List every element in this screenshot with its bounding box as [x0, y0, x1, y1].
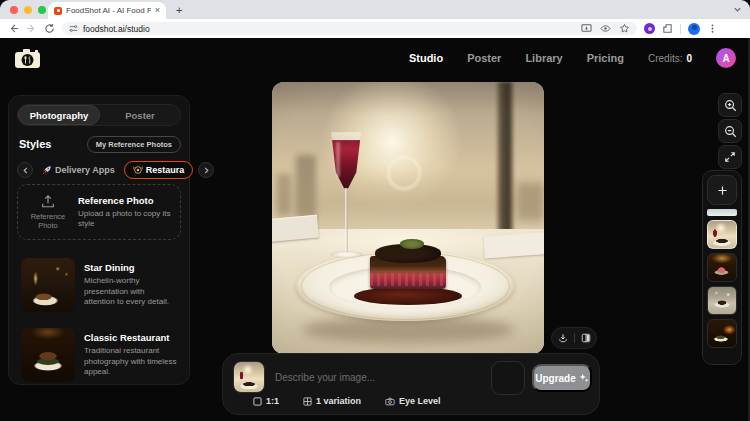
- extension-badge-icon[interactable]: [644, 23, 655, 34]
- camera-icon: [385, 397, 395, 406]
- reload-icon[interactable]: [44, 23, 55, 34]
- tab-close-icon[interactable]: ×: [155, 6, 160, 15]
- credits-value: 0: [686, 53, 692, 64]
- nav-studio[interactable]: Studio: [409, 52, 443, 64]
- url-text: foodshot.ai/studio: [83, 24, 576, 34]
- browser-tab[interactable]: FoodShot AI - AI Food Photog ×: [48, 2, 166, 19]
- browser-menu-icon[interactable]: [707, 23, 718, 34]
- user-avatar[interactable]: A: [716, 48, 736, 68]
- style-card-title: Classic Restaurant: [84, 332, 177, 343]
- credits-indicator: Credits: 0: [648, 53, 692, 64]
- option-label: Eye Level: [399, 396, 441, 406]
- window-zoom-button[interactable]: [38, 6, 46, 14]
- forward-icon[interactable]: [26, 23, 37, 34]
- reference-photo-card[interactable]: Reference Photo Reference Photo Upload a…: [17, 184, 181, 240]
- reference-card-title: Reference Photo: [78, 195, 172, 206]
- upgrade-button[interactable]: Upgrade: [532, 364, 592, 392]
- style-card-classic-restaurant[interactable]: Classic Restaurant Traditional restauran…: [17, 324, 181, 386]
- classic-restaurant-thumbnail: [21, 328, 75, 382]
- mode-tab-photography[interactable]: Photography: [18, 105, 100, 125]
- browser-profile-avatar[interactable]: [688, 23, 700, 35]
- foodshot-logo-icon[interactable]: [14, 48, 41, 69]
- mode-tab-poster[interactable]: Poster: [100, 105, 180, 125]
- zoom-in-button[interactable]: [718, 93, 742, 117]
- carousel-next-button[interactable]: [198, 162, 214, 178]
- upgrade-label: Upgrade: [535, 373, 576, 384]
- preview-eye-icon[interactable]: [600, 23, 611, 34]
- foodshot-app: Studio Poster Library Pricing Credits: 0…: [0, 38, 750, 421]
- nav-poster[interactable]: Poster: [467, 52, 501, 64]
- option-label: 1 variation: [316, 396, 361, 406]
- styles-sidebar: Photography Poster Styles My Reference P…: [8, 95, 190, 385]
- category-tab-delivery-apps[interactable]: Delivery Apps: [38, 162, 119, 178]
- option-label: 1:1: [266, 396, 279, 406]
- compare-icon[interactable]: [581, 333, 591, 343]
- zoom-out-button[interactable]: [718, 119, 742, 143]
- prompt-reference-thumbnail[interactable]: [233, 361, 265, 393]
- star-dining-thumbnail: [21, 258, 75, 312]
- prompt-bar: Upgrade 1:1 1 variation Eye Level: [222, 353, 600, 415]
- vignette-overlay: [272, 82, 544, 354]
- browser-toolbar: foodshot.ai/studio: [0, 19, 750, 38]
- tab-title: FoodShot AI - AI Food Photog: [66, 6, 151, 15]
- history-thumbnail-window-dish[interactable]: [707, 286, 737, 315]
- bookmark-star-icon[interactable]: [619, 23, 630, 34]
- toolbar-divider: [680, 24, 681, 34]
- my-reference-photos-button[interactable]: My Reference Photos: [87, 136, 181, 153]
- window-minimize-button[interactable]: [24, 6, 32, 14]
- variations-option[interactable]: 1 variation: [303, 396, 361, 406]
- app-header: Studio Poster Library Pricing Credits: 0…: [0, 38, 750, 78]
- zoom-in-icon: [724, 99, 737, 112]
- generated-image[interactable]: [272, 82, 544, 354]
- back-icon[interactable]: [8, 23, 19, 34]
- variations-grid-icon: [303, 397, 312, 406]
- style-category-carousel: Delivery Apps Restaura: [17, 158, 183, 182]
- add-generation-button[interactable]: [707, 175, 737, 205]
- prompt-input[interactable]: [275, 362, 485, 392]
- reference-slot[interactable]: [491, 361, 525, 395]
- style-card-title: Star Dining: [84, 262, 177, 273]
- style-card-star-dining[interactable]: Star Dining Michelin-worthy presentation…: [17, 254, 181, 316]
- traffic-lights: [10, 6, 46, 14]
- credits-label: Credits:: [648, 53, 682, 64]
- history-thumbnail-fireplace-dish[interactable]: [707, 319, 737, 348]
- image-actions-pill: [551, 327, 597, 349]
- site-settings-icon[interactable]: [69, 24, 78, 33]
- address-bar[interactable]: foodshot.ai/studio: [62, 22, 637, 35]
- nav-library[interactable]: Library: [525, 52, 562, 64]
- foodshot-favicon-icon: [54, 7, 62, 15]
- download-icon[interactable]: [558, 333, 568, 343]
- window-close-button[interactable]: [10, 6, 18, 14]
- reference-card-description: Upload a photo to copy its style: [78, 209, 172, 230]
- install-app-icon[interactable]: [581, 23, 592, 34]
- upload-icon: [40, 194, 56, 209]
- rocket-icon: [42, 165, 52, 175]
- style-card-description: Michelin-worthy presentation with attent…: [84, 276, 177, 307]
- nav-pricing[interactable]: Pricing: [587, 52, 624, 64]
- extensions-icon[interactable]: [662, 23, 673, 34]
- browser-window: FoodShot AI - AI Food Photog × + foodsho…: [0, 0, 750, 421]
- zoom-out-icon: [724, 125, 737, 138]
- aspect-ratio-icon: [253, 397, 262, 406]
- category-tab-label: Restaura: [146, 165, 185, 175]
- aspect-ratio-option[interactable]: 1:1: [253, 396, 279, 406]
- reference-photo-placeholder-label: Reference Photo: [26, 212, 70, 231]
- history-thumbnail-restaurant-dessert[interactable]: [707, 253, 737, 282]
- mode-switcher: Photography Poster: [17, 104, 181, 126]
- carousel-prev-button[interactable]: [17, 162, 33, 178]
- plus-icon: [717, 185, 728, 196]
- styles-heading: Styles: [19, 138, 51, 150]
- expand-icon: [724, 151, 736, 163]
- category-tab-restaurant[interactable]: Restaura: [124, 161, 194, 179]
- history-thumbnail-sunset-steak[interactable]: [707, 220, 737, 249]
- fullscreen-button[interactable]: [718, 145, 742, 169]
- camera-angle-option[interactable]: Eye Level: [385, 396, 441, 406]
- sparkles-icon: [579, 373, 589, 383]
- generation-history-panel: [702, 170, 742, 365]
- history-thumbnail-partial[interactable]: [707, 209, 737, 216]
- generation-options: 1:1 1 variation Eye Level: [253, 396, 441, 406]
- style-card-description: Traditional restaurant photography with …: [84, 346, 177, 377]
- tab-search-chevron-icon[interactable]: [733, 5, 742, 14]
- new-tab-button[interactable]: +: [176, 4, 182, 16]
- restaurant-icon: [133, 165, 143, 175]
